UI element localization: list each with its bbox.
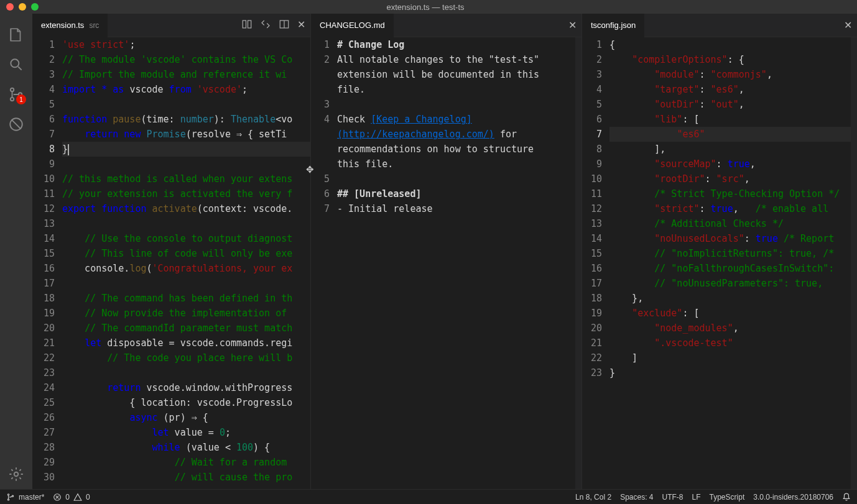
gutter-2: 1234567 xyxy=(311,37,337,489)
code-2[interactable]: # Change LogAll notable changes to the "… xyxy=(337,37,575,489)
svg-point-5 xyxy=(14,472,19,477)
close-window-icon[interactable] xyxy=(6,3,14,11)
editor-1[interactable]: 1234567891011121314151617181920212223242… xyxy=(32,37,310,489)
tab-label: CHANGELOG.md xyxy=(320,21,385,30)
close-tab-icon[interactable]: ✕ xyxy=(844,19,852,31)
svg-point-2 xyxy=(11,98,14,101)
titlebar: extension.ts — test-ts xyxy=(0,0,857,14)
svg-rect-7 xyxy=(248,21,251,28)
close-tab-icon[interactable]: ✕ xyxy=(297,19,305,32)
svg-rect-6 xyxy=(243,21,246,28)
editor-2[interactable]: 1234567 # Change LogAll notable changes … xyxy=(311,37,581,489)
statusbar: master* 0 0 Ln 8, Col 2 Spaces: 4 UTF-8 … xyxy=(0,489,857,504)
status-lang[interactable]: TypeScript xyxy=(710,493,745,502)
editor-group-2: CHANGELOG.md ✕ 1234567 # Change LogAll n… xyxy=(311,14,582,489)
notifications-icon[interactable] xyxy=(842,493,851,502)
split-editor-icon[interactable] xyxy=(279,19,290,32)
code-1[interactable]: 'use strict';// The module 'vscode' cont… xyxy=(62,37,310,489)
minimap-3[interactable] xyxy=(851,37,857,489)
open-changes-icon[interactable] xyxy=(241,19,252,32)
status-problems[interactable]: 0 0 xyxy=(53,493,90,502)
activity-bar: 1 xyxy=(0,14,32,489)
tab-desc: src xyxy=(89,21,99,30)
editor-area: extension.ts src ✕ 123456789101112131415… xyxy=(32,14,857,489)
tab-tsconfig-json[interactable]: tsconfig.json xyxy=(582,14,644,37)
gutter-3: 1234567891011121314151617181920212223 xyxy=(582,37,609,489)
tab-extension-ts[interactable]: extension.ts src xyxy=(32,14,108,37)
code-3[interactable]: { "compilerOptions": { "module": "common… xyxy=(609,37,851,489)
compare-icon[interactable] xyxy=(260,19,271,32)
svg-point-0 xyxy=(11,59,19,67)
editor-group-3: tsconfig.json ✕ 123456789101112131415161… xyxy=(582,14,857,489)
editor-3[interactable]: 1234567891011121314151617181920212223 { … xyxy=(582,37,857,489)
settings-icon[interactable] xyxy=(1,459,31,489)
splitter-icon[interactable]: ✥ xyxy=(306,164,315,173)
explorer-icon[interactable] xyxy=(1,20,31,50)
status-eol[interactable]: LF xyxy=(692,493,701,502)
tab-label: extension.ts xyxy=(41,21,84,30)
svg-point-10 xyxy=(7,498,9,500)
scm-badge: 1 xyxy=(16,94,26,104)
minimap-2[interactable] xyxy=(575,37,581,489)
status-cursor[interactable]: Ln 8, Col 2 xyxy=(575,493,611,502)
svg-point-1 xyxy=(11,88,14,91)
source-control-icon[interactable]: 1 xyxy=(1,80,31,109)
search-icon[interactable] xyxy=(1,50,31,80)
editor-group-1: extension.ts src ✕ 123456789101112131415… xyxy=(32,14,311,489)
status-encoding[interactable]: UTF-8 xyxy=(662,493,683,502)
debug-icon[interactable] xyxy=(1,109,31,139)
status-version[interactable]: 3.0.0-insiders.20180706 xyxy=(753,493,833,502)
tab-changelog-md[interactable]: CHANGELOG.md xyxy=(311,14,394,37)
tab-label: tsconfig.json xyxy=(591,21,636,30)
close-tab-icon[interactable]: ✕ xyxy=(568,19,577,31)
gutter-1: 1234567891011121314151617181920212223242… xyxy=(32,37,62,489)
minimize-window-icon[interactable] xyxy=(19,3,26,11)
svg-point-9 xyxy=(7,493,9,495)
window-title: extension.ts — test-ts xyxy=(39,2,812,12)
status-branch[interactable]: master* xyxy=(6,493,44,502)
maximize-window-icon[interactable] xyxy=(31,3,39,11)
status-spaces[interactable]: Spaces: 4 xyxy=(620,493,653,502)
